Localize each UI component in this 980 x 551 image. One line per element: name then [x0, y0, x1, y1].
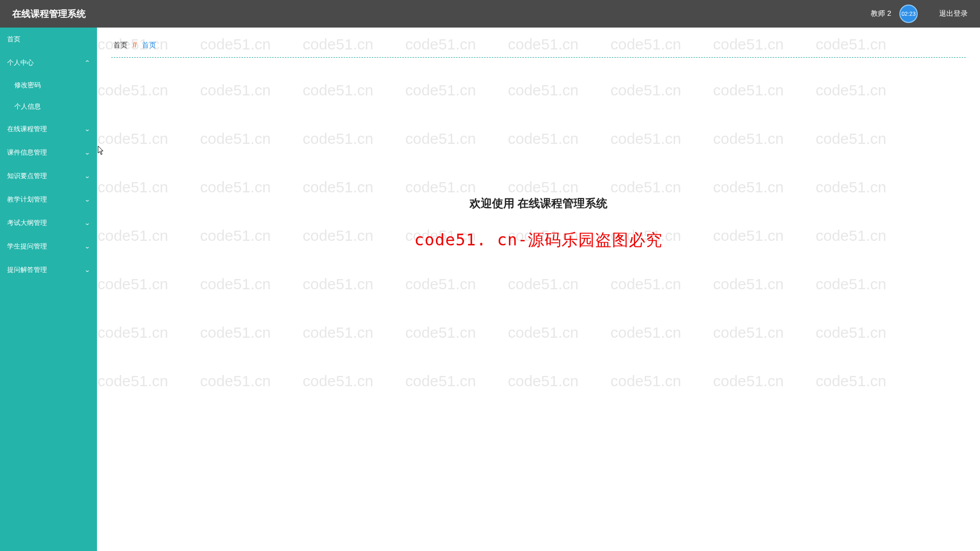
sidebar-item-knowledge[interactable]: 知识要点管理	[0, 164, 97, 188]
sidebar-item-label: 知识要点管理	[7, 171, 47, 181]
sidebar-item-label: 提问解答管理	[7, 265, 47, 274]
sidebar-item-material[interactable]: 课件信息管理	[0, 141, 97, 164]
watermark-notice: code51. cn-源码乐园盗图必究	[97, 229, 980, 252]
chevron-down-icon	[84, 196, 90, 203]
sidebar-item-course[interactable]: 在线课程管理	[0, 117, 97, 141]
sidebar-sub-label: 修改密码	[14, 81, 41, 90]
welcome-heading: 欢迎使用 在线课程管理系统	[97, 196, 980, 211]
header-right: 教师 2 退 02:23 退出登录	[871, 9, 968, 18]
sidebar-item-label: 考试大纲管理	[7, 218, 47, 228]
sidebar-item-label: 教学计划管理	[7, 195, 47, 204]
app-title: 在线课程管理系统	[12, 8, 86, 20]
time-badge: 02:23	[899, 5, 918, 23]
chevron-down-icon	[84, 266, 90, 273]
sidebar-item-personal[interactable]: 个人中心	[0, 51, 97, 74]
sidebar-item-label: 课件信息管理	[7, 148, 47, 157]
chevron-down-icon	[84, 126, 90, 133]
user-label[interactable]: 教师 2	[871, 9, 891, 18]
sidebar-item-answer[interactable]: 提问解答管理	[0, 258, 97, 282]
sidebar-item-plan[interactable]: 教学计划管理	[0, 188, 97, 211]
sidebar-item-exam[interactable]: 考试大纲管理	[0, 211, 97, 235]
chevron-down-icon	[84, 219, 90, 227]
chevron-down-icon	[84, 172, 90, 180]
sidebar-item-label: 首页	[7, 35, 20, 44]
sidebar-sub-password[interactable]: 修改密码	[0, 74, 97, 96]
breadcrumb-root: 首页	[113, 41, 128, 49]
top-header: 在线课程管理系统 教师 2 退 02:23 退出登录	[0, 0, 980, 28]
chevron-up-icon	[84, 59, 90, 66]
sidebar: 首页 个人中心 修改密码 个人信息 在线课程管理 课件信息管理 知识要点管理 教…	[0, 28, 97, 551]
sidebar-sub-label: 个人信息	[14, 102, 41, 111]
chevron-down-icon	[84, 149, 90, 156]
sidebar-item-home[interactable]: 首页	[0, 28, 97, 51]
logout-link[interactable]: 退出登录	[939, 9, 968, 18]
chevron-down-icon	[84, 243, 90, 250]
sidebar-sub-profile[interactable]: 个人信息	[0, 96, 97, 117]
sidebar-item-qa[interactable]: 学生提问管理	[0, 235, 97, 258]
breadcrumb: 首页 // 首页	[111, 37, 966, 58]
sidebar-item-label: 学生提问管理	[7, 242, 47, 251]
breadcrumb-current[interactable]: 首页	[142, 41, 156, 49]
main-content: 首页 // 首页 欢迎使用 在线课程管理系统 code51. cn-源码乐园盗图…	[97, 28, 980, 551]
breadcrumb-sep: //	[133, 41, 137, 49]
time-text: 02:23	[901, 11, 916, 17]
sidebar-item-label: 个人中心	[7, 58, 34, 67]
sidebar-item-label: 在线课程管理	[7, 124, 47, 134]
